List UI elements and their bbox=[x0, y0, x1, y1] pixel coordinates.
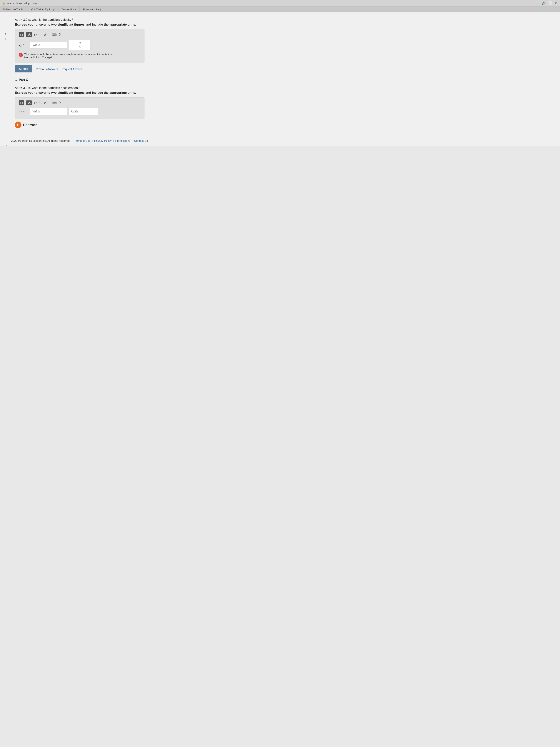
previous-answers-link[interactable]: Previous Answers bbox=[36, 68, 58, 71]
tab-describe[interactable]: To Describe The M... bbox=[0, 6, 28, 12]
toolbar-c: ⊟ μÅ ↩ ↪ ↺ · ⌨ ? bbox=[19, 100, 140, 105]
refresh-browser-icon[interactable]: ↺ bbox=[555, 1, 558, 5]
tab-course-home[interactable]: Course Home bbox=[58, 6, 79, 12]
units-box-b: m s bbox=[69, 40, 91, 50]
error-icon: ! bbox=[19, 53, 23, 57]
tab-physics-archive[interactable]: Physics Archive | J... bbox=[80, 6, 108, 12]
footer-links: 2020 Pearson Education Inc. All rights r… bbox=[11, 139, 549, 142]
part-b-answer-box: ⊟ μÅ ↩ ↪ ↺ · ⌨ ? vx = m s bbox=[15, 29, 144, 63]
matrix-button[interactable]: ⊟ bbox=[19, 32, 24, 37]
undo-icon[interactable]: ↩ bbox=[34, 33, 37, 37]
request-answer-link[interactable]: Request Answer bbox=[62, 68, 82, 71]
graph-axis-label: t (s) bbox=[5, 145, 8, 146]
contact-us-link[interactable]: Contact Us bbox=[134, 139, 148, 142]
url-bar: openvellum.ecollege.com bbox=[7, 2, 539, 5]
toolbar-b: ⊟ μÅ ↩ ↪ ↺ · ⌨ ? bbox=[19, 32, 140, 37]
part-c-label: Part C bbox=[19, 78, 28, 82]
part-b-instruction: Express your answer to two significant f… bbox=[15, 23, 549, 26]
mu-button[interactable]: μÅ bbox=[26, 32, 32, 37]
matrix-button-c[interactable]: ⊟ bbox=[19, 100, 24, 105]
units-denominator: s bbox=[79, 46, 81, 49]
variable-label-c: az = bbox=[19, 109, 28, 113]
browser-controls: 🔊 ⬜ ↺ bbox=[542, 1, 558, 5]
part-c-header: ▼ Part C bbox=[15, 78, 549, 83]
value-input-b[interactable] bbox=[30, 42, 67, 49]
keyboard-icon[interactable]: ⌨ bbox=[52, 33, 57, 37]
mu-button-c[interactable]: μÅ bbox=[26, 100, 32, 105]
part-c-section: ▼ Part C At t = 3.0 s, what is the parti… bbox=[15, 78, 549, 128]
redo-icon-c[interactable]: ↪ bbox=[39, 101, 42, 105]
units-input-c[interactable] bbox=[69, 108, 98, 115]
lock-icon: 🔒 bbox=[2, 2, 5, 5]
keyboard-icon-c[interactable]: ⌨ bbox=[52, 101, 57, 105]
main-content: of 1 › t (s) 3 At t = 3.0 s, what is the… bbox=[0, 12, 560, 136]
help-icon-c[interactable]: ? bbox=[58, 101, 61, 105]
help-icon[interactable]: ? bbox=[58, 33, 61, 37]
refresh-icon-c[interactable]: ↺ bbox=[44, 101, 47, 105]
value-input-c[interactable] bbox=[30, 108, 67, 115]
error-message: ! The value should be entered as a singl… bbox=[19, 53, 140, 59]
pearson-label: Pearson bbox=[23, 123, 37, 127]
page-of-label: of 1 bbox=[4, 33, 8, 35]
error-text: The value should be entered as a single … bbox=[24, 53, 113, 59]
submit-row: Submit Previous Answers Request Answer bbox=[15, 66, 549, 73]
redo-icon[interactable]: ↪ bbox=[39, 33, 42, 37]
permissions-link[interactable]: Permissions bbox=[115, 139, 130, 142]
pearson-logo: P Pearson bbox=[15, 122, 549, 128]
copyright-text: 2020 Pearson Education Inc. All rights r… bbox=[11, 139, 70, 142]
submit-button[interactable]: Submit bbox=[15, 66, 32, 73]
undo-icon-c[interactable]: ↩ bbox=[34, 101, 37, 105]
input-row-b: vx = m s bbox=[19, 40, 140, 50]
footer: 2020 Pearson Education Inc. All rights r… bbox=[0, 136, 560, 146]
tab-bar: To Describe The M... (33) Thalía - Equi.… bbox=[0, 6, 560, 12]
part-c-instruction: Express your answer to two significant f… bbox=[15, 91, 549, 95]
collapse-arrow[interactable]: ▼ bbox=[15, 79, 18, 82]
input-row-c: az = bbox=[19, 108, 140, 115]
terms-of-use-link[interactable]: Terms of Use bbox=[74, 139, 90, 142]
pearson-p-icon: P bbox=[15, 122, 22, 128]
units-numerator: m bbox=[72, 41, 88, 45]
window-icon[interactable]: ⬜ bbox=[548, 1, 553, 5]
refresh-icon[interactable]: ↺ bbox=[44, 33, 47, 37]
variable-label-b: vx = bbox=[19, 43, 28, 47]
audio-icon[interactable]: 🔊 bbox=[542, 1, 546, 5]
nav-chevron[interactable]: › bbox=[5, 37, 6, 41]
part-c-question: At t = 3.0 s, what is the particle's acc… bbox=[15, 86, 549, 90]
part-b-question: At t = 3.0 s, what is the particle's vel… bbox=[15, 18, 549, 22]
part-c-answer-box: ⊟ μÅ ↩ ↪ ↺ · ⌨ ? az = bbox=[15, 97, 144, 119]
tab-thalia[interactable]: (33) Thalía - Equi... 🔊 bbox=[28, 6, 59, 12]
privacy-policy-link[interactable]: Privacy Policy bbox=[94, 139, 111, 142]
browser-bar: 🔒 openvellum.ecollege.com 🔊 ⬜ ↺ bbox=[0, 0, 560, 6]
